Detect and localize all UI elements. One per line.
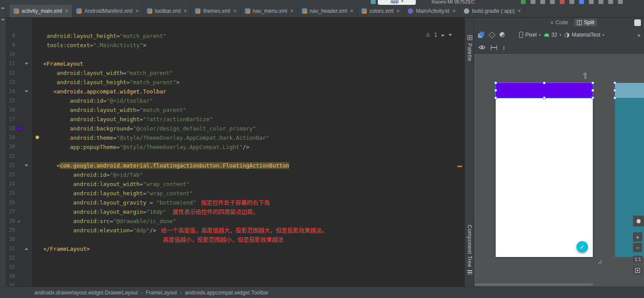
fold-slot[interactable] [23,161,30,170]
selection-handle[interactable] [614,97,616,99]
device-manager-icon[interactable] [579,0,584,4]
code-line-13[interactable]: 13 android:layout_height="match_parent"> [6,78,464,87]
breadcrumb-item[interactable]: androidx.appcompat.widget.Toolbar [185,290,268,296]
avd-manager-icon[interactable] [608,0,613,4]
close-icon[interactable]: × [350,8,353,14]
resize-handle-icon[interactable] [596,258,602,266]
code-line-30[interactable]: 30 高度值越小，投影范围越小，但是投影效果越浓 [6,235,464,244]
debug-icon[interactable] [531,0,535,4]
zoom-fit-button[interactable] [633,266,642,275]
code-line-25[interactable]: 25 android:layout_height="wrap_content" [6,189,464,198]
orientation-icon[interactable] [499,31,506,38]
selection-handle[interactable] [494,89,497,92]
profiler-icon[interactable] [540,0,545,4]
layout-inspector-icon[interactable] [618,0,623,4]
design-preview[interactable]: ✓ [496,83,593,257]
code-line-12[interactable]: 12 android:layout_width="match_parent" [6,68,464,78]
code-line-31[interactable]: 31 </FrameLayout> [6,244,464,253]
code-line-20[interactable]: 20 app:popupTheme="@style/ThemeOverlay.A… [6,142,464,152]
pan-icon[interactable] [633,216,644,227]
selection-handle[interactable] [494,82,497,84]
code-line-28[interactable]: 28✓ android:src="@drawable/ic_done" [6,216,464,226]
sync-project-icon[interactable] [589,0,594,4]
prev-problem-icon[interactable] [441,34,444,36]
close-icon[interactable]: × [518,8,521,14]
constraints-icon[interactable] [491,45,497,50]
palette-tool-button[interactable]: Palette [465,35,475,61]
view-options-icon[interactable] [478,44,486,52]
code-line-35[interactable]: 35 [6,281,464,287]
selection-handle[interactable] [543,97,546,99]
code-line-33[interactable]: 33 [6,263,464,272]
tab-build.gradle-app-[interactable]: build.gradle (:app)× [460,5,525,17]
zoom-in-button[interactable]: + [633,232,642,242]
code-line-17[interactable]: 17 android:layout_height="?attr/actionBa… [6,115,464,124]
code-line-11[interactable]: 11 <FrameLayout [6,59,464,68]
fold-down-icon[interactable] [25,90,28,93]
design-mode-icon[interactable] [634,19,641,26]
intention-bulb-icon[interactable] [35,135,39,139]
inspection-widget[interactable]: ⚠ 1 [423,31,455,39]
fold-up-icon[interactable] [25,248,28,250]
code-line-19[interactable]: 19 android:theme="@style/ThemeOverlay.Ap… [6,133,464,142]
drawable-preview-icon[interactable]: ✓ [18,219,21,224]
horizontal-scrollbar[interactable] [475,283,593,286]
code-editor[interactable]: 8 android:layout_height="match_parent"9 … [6,18,464,287]
device-selector[interactable]: Pixel ▾ [519,32,541,38]
code-line-34[interactable]: 34 [6,272,464,281]
breadcrumb-item[interactable]: FrameLayout [146,290,177,296]
selection-handle[interactable] [614,89,616,92]
color-swatch-icon[interactable] [17,127,21,130]
attach-debugger-icon[interactable] [569,0,574,4]
selection-handle[interactable] [591,82,594,84]
code-line-18[interactable]: 18 android:background="@color/design_def… [6,124,464,133]
close-icon[interactable]: × [184,8,187,14]
blueprint-toolbar[interactable] [615,83,644,98]
close-icon[interactable]: × [396,8,399,14]
fold-slot[interactable] [23,87,30,96]
code-line-24[interactable]: 24 android:layout_width="wrap_content" [6,179,464,189]
code-line-9[interactable]: 9 tools:context=".MainActivity"> [6,41,464,50]
fold-down-icon[interactable] [25,164,28,167]
api-selector[interactable]: 32 ▾ [544,32,561,38]
close-icon[interactable]: × [136,8,139,14]
code-line-29[interactable]: 29 android:elevation="8dp"/> 给一个高度值，高度值越… [6,226,464,235]
tab-nav_menu.xml[interactable]: nav_menu.xml× [241,5,298,17]
tab-toolbar.xml[interactable]: toolbar.xml× [143,5,191,17]
fold-slot[interactable] [23,59,30,68]
tab-activity_main.xml[interactable]: activity_main.xml× [10,5,72,17]
preview-fab[interactable]: ✓ [576,241,588,253]
close-icon[interactable]: × [65,8,68,14]
selection-handle[interactable] [614,82,616,84]
code-line-26[interactable]: 26 android:layout_gravity = "bottom|end"… [6,198,464,207]
run-icon[interactable] [521,0,526,4]
selection-handle[interactable] [591,89,594,92]
stop-icon[interactable] [560,0,565,4]
selection-handle[interactable] [591,97,594,99]
code-line-27[interactable]: 27 android:layout_margin="16dp" 属性表示给控件的… [6,207,464,216]
close-icon[interactable]: × [290,8,294,14]
tab-colors.xml[interactable]: colors.xml× [358,5,404,17]
code-line-16[interactable]: 16 android:layout_width="match_parent" [6,105,464,115]
code-mode-button[interactable]: ≡ Code [547,19,571,26]
split-mode-button[interactable]: Split [574,19,597,26]
selection-handle[interactable] [543,82,546,84]
selection-handle[interactable] [494,97,497,99]
code-line-10[interactable]: 10 [6,50,464,59]
overflow-icon[interactable]: » [637,32,640,38]
code-line-8[interactable]: 8 android:layout_height="match_parent" [6,31,464,41]
code-line-23[interactable]: 23 android:id="@+id/fab" [6,170,464,179]
theme-selector[interactable]: MaterialTest ▾ [565,32,604,38]
resize-mode-icon[interactable]: ↕ [502,44,505,51]
component-tree-tool-button[interactable]: Component Tree [465,225,475,274]
tab-nav_header.xml[interactable]: nav_header.xml× [298,5,358,17]
zoom-actual-button[interactable]: 1:1 [633,256,643,263]
zoom-out-button[interactable]: − [633,243,642,252]
code-line-22[interactable]: 22 <com.google.android.material.floating… [6,161,464,170]
tab-AndroidManifest.xml[interactable]: AndroidManifest.xml× [72,5,143,17]
next-problem-icon[interactable] [448,34,452,36]
fold-slot[interactable] [23,244,30,253]
blueprint-icon[interactable] [488,31,495,38]
sdk-manager-icon[interactable] [599,0,603,4]
code-line-14[interactable]: 14 <androidx.appcompat.widget.Toolbar [6,87,464,96]
